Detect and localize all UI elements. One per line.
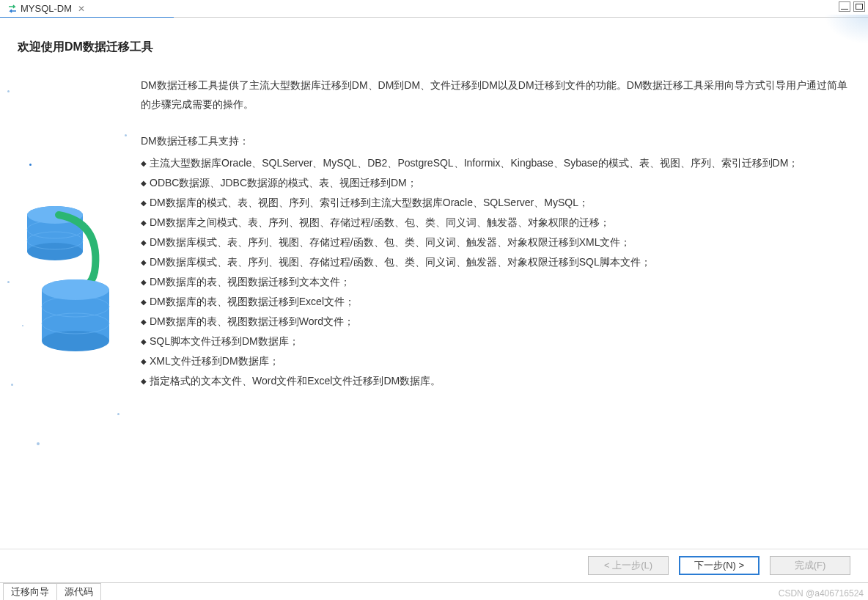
svg-point-9 xyxy=(42,279,109,300)
feature-item: SQL脚本文件迁移到DM数据库； xyxy=(141,332,850,351)
feature-item: DM数据库的表、视图数据迁移到文本文件； xyxy=(141,272,850,292)
tab-title: MYSQL-DM xyxy=(21,3,72,14)
watermark: CSDN @a406716524 xyxy=(779,588,864,599)
tab-mysql-dm[interactable]: MYSQL-DM ✕ xyxy=(3,1,89,17)
feature-item: DM数据库之间模式、表、序列、视图、存储过程/函数、包、类、同义词、触发器、对象… xyxy=(141,213,850,233)
feature-item: DM数据库的表、视图数据迁移到Excel文件； xyxy=(141,292,850,312)
feature-item: 主流大型数据库Oracle、SQLServer、MySQL、DB2、Postgr… xyxy=(141,153,850,173)
feature-item: DM数据库模式、表、序列、视图、存储过程/函数、包、类、同义词、触发器、对象权限… xyxy=(141,233,850,252)
next-button[interactable]: 下一步(N) > xyxy=(679,556,760,575)
main-content: DM数据迁移工具提供了主流大型数据库迁移到DM、DM到DM、文件迁移到DM以及D… xyxy=(0,76,868,533)
bottom-tab-bar: 迁移向导 源代码 xyxy=(0,582,868,600)
svg-point-2 xyxy=(27,243,83,260)
prev-button: < 上一步(L) xyxy=(588,556,669,575)
illustration-panel xyxy=(0,76,132,533)
window-controls xyxy=(839,1,865,12)
database-migration-icon xyxy=(0,178,132,384)
finish-button: 完成(F) xyxy=(770,556,850,575)
feature-item: 指定格式的文本文件、Word文件和Excel文件迁移到DM数据库。 xyxy=(141,371,850,391)
maximize-icon[interactable] xyxy=(853,1,865,12)
minimize-icon[interactable] xyxy=(839,1,850,12)
feature-item: ODBC数据源、JDBC数据源的模式、表、视图迁移到DM； xyxy=(141,173,850,193)
tab-source-code[interactable]: 源代码 xyxy=(56,583,101,600)
wizard-button-bar: < 上一步(L) 下一步(N) > 完成(F) xyxy=(0,549,868,581)
intro-paragraph: DM数据迁移工具提供了主流大型数据库迁移到DM、DM到DM、文件迁移到DM以及D… xyxy=(141,76,850,114)
tab-bar: MYSQL-DM ✕ xyxy=(0,0,868,18)
support-title: DM数据迁移工具支持： xyxy=(141,131,850,150)
feature-list: 主流大型数据库Oracle、SQLServer、MySQL、DB2、Postgr… xyxy=(141,153,850,391)
feature-item: XML文件迁移到DM数据库； xyxy=(141,351,850,371)
feature-item: DM数据库模式、表、序列、视图、存储过程/函数、包、类、同义词、触发器、对象权限… xyxy=(141,252,850,272)
page-title: 欢迎使用DM数据迁移工具 xyxy=(0,18,868,55)
feature-item: DM数据库的表、视图数据迁移到Word文件； xyxy=(141,312,850,332)
tab-wizard[interactable]: 迁移向导 xyxy=(3,583,57,600)
transfer-icon xyxy=(7,4,18,14)
feature-item: DM数据库的模式、表、视图、序列、索引迁移到主流大型数据库Oracle、SQLS… xyxy=(141,193,850,213)
text-content: DM数据迁移工具提供了主流大型数据库迁移到DM、DM到DM、文件迁移到DM以及D… xyxy=(132,76,868,533)
close-icon[interactable]: ✕ xyxy=(78,4,85,14)
